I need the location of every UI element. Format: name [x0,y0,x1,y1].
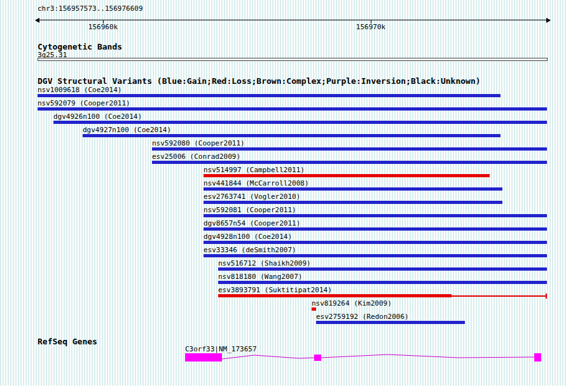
variant-row: esv25006 (Conrad2009) [0,153,566,166]
variant-bar[interactable] [218,267,547,271]
variant-bar[interactable] [316,321,465,324]
variant-label: nsv592081 (Cooper2011) [204,206,296,213]
variant-row: nsv592080 (Cooper2011) [0,140,566,153]
variant-row: nsv441844 (McCarroll2008) [0,180,566,193]
gene-label: C3orf33|NM_173657 [185,346,257,353]
variant-bar[interactable] [218,294,452,297]
variant-row: nsv514997 (Campbell2011) [0,166,566,180]
variant-bar[interactable] [53,121,547,124]
variant-label: esv2759192 (Redon2006) [316,313,409,320]
variant-label: nsv592079 (Cooper2011) [38,100,130,107]
variant-bar[interactable] [312,308,316,311]
variant-label: nsv441844 (McCarroll2008) [204,180,309,187]
variant-row: esv2763741 (Vogler2010) [0,193,566,206]
variant-row: nsv592079 (Cooper2011) [0,100,566,113]
variant-label: nsv819264 (Kim2009) [312,300,392,307]
dgv-variant-rows: nsv1009618 (Coe2014) nsv592079 (Cooper20… [0,0,566,392]
variant-bar[interactable] [218,281,547,284]
variant-row: nsv592081 (Cooper2011) [0,206,566,220]
variant-tail-endtick [546,294,547,299]
variant-bar[interactable] [38,107,547,111]
genome-browser-view: chr3:156957573..156976609 156960k156970k… [0,0,566,392]
variant-row: esv33346 (deSmith2007) [0,247,566,260]
variant-row: nsv1009618 (Coe2014) [0,86,566,100]
variant-row: nsv819264 (Kim2009) [0,300,566,313]
variant-row: dgv4926n100 (Coe2014) [0,113,566,126]
variant-label: esv33346 (deSmith2007) [204,247,296,253]
variant-label: nsv818180 (Wang2007) [218,273,302,280]
variant-bar[interactable] [204,227,547,231]
variant-bar[interactable] [83,134,500,137]
variant-bar[interactable] [204,187,502,191]
variant-row: nsv818180 (Wang2007) [0,273,566,287]
variant-bar[interactable] [204,214,547,217]
variant-row: esv3893791 (Suktitipat2014) [0,287,566,300]
variant-label: dgv4926n100 (Coe2014) [53,113,142,120]
variant-label: esv25006 (Conrad2009) [152,153,240,160]
variant-tail-line [452,295,546,297]
variant-bar[interactable] [204,254,547,257]
variant-label: nsv1009618 (Coe2014) [38,86,121,93]
variant-bar[interactable] [204,201,502,204]
variant-bar[interactable] [38,94,500,97]
variant-label: esv2763741 (Vogler2010) [204,193,300,200]
variant-label: dgv4928n100 (Coe2014) [204,233,292,240]
variant-label: nsv592080 (Cooper2011) [152,140,245,147]
variant-row: dgv4927n100 (Coe2014) [0,126,566,140]
variant-bar[interactable] [152,147,547,151]
variant-bar[interactable] [152,161,547,164]
variant-row: dgv8657n54 (Cooper2011) [0,220,566,233]
variant-row: nsv516712 (Shaikh2009) [0,260,566,273]
variant-label: esv3893791 (Suktitipat2014) [218,287,332,294]
variant-row: dgv4928n100 (Coe2014) [0,233,566,247]
variant-row: esv2759192 (Redon2006) [0,313,566,327]
variant-label: nsv514997 (Campbell2011) [204,166,305,173]
variant-bar[interactable] [204,241,547,244]
variant-label: nsv516712 (Shaikh2009) [218,260,311,267]
refseq-genes-title: RefSeq Genes [38,337,97,346]
variant-label: dgv4927n100 (Coe2014) [83,126,171,133]
variant-label: dgv8657n54 (Cooper2011) [204,220,300,227]
variant-bar[interactable] [204,174,490,177]
